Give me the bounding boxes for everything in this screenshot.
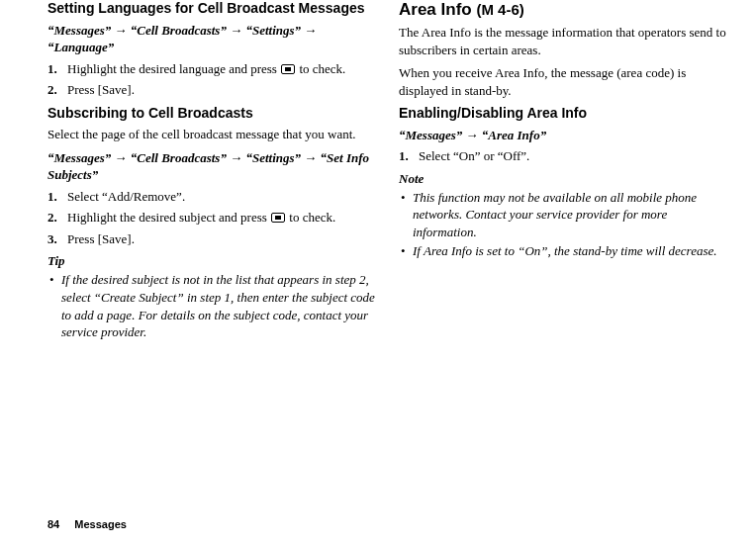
arrow-icon: → <box>466 128 479 142</box>
step-item: Select “On” or “Off”. <box>399 147 728 165</box>
arrow-icon: → <box>304 23 317 38</box>
step-text: Highlight the desired subject and press <box>67 210 270 225</box>
arrow-icon: → <box>230 150 242 165</box>
tip-label: Tip <box>47 253 377 269</box>
tip-item: If the desired subject is not in the lis… <box>47 271 377 340</box>
heading-set-languages: Setting Languages for Cell Broadcast Mes… <box>47 0 377 18</box>
arrow-icon: → <box>115 150 128 165</box>
footer-section: Messages <box>74 518 127 530</box>
heading-text: Area Info <box>399 0 476 19</box>
area-info-body-2: When you receive Area Info, the message … <box>399 64 728 99</box>
nav-path-area-info: “Messages” → “Area Info” <box>399 127 728 144</box>
page-body: Setting Languages for Cell Broadcast Mes… <box>0 0 756 343</box>
note-text: If Area Info is set to “On”, the stand-b… <box>413 243 717 258</box>
heading-subscribing: Subscribing to Cell Broadcasts <box>47 105 377 123</box>
path-seg-messages: “Messages” <box>399 128 462 142</box>
step-item: Highlight the desired language and press… <box>47 60 377 78</box>
step-item: Select “Add/Remove”. <box>47 188 377 206</box>
path-seg-settings: “Settings” <box>245 23 301 38</box>
note-label: Note <box>399 171 728 187</box>
left-column: Setting Languages for Cell Broadcast Mes… <box>47 0 377 343</box>
area-info-body-1: The Area Info is the message information… <box>399 24 728 58</box>
tip-list: If the desired subject is not in the lis… <box>47 271 377 340</box>
heading-area-info: Area Info (M 4-6) <box>399 0 728 20</box>
path-seg-language: “Language” <box>47 40 114 54</box>
note-list: This function may not be available on al… <box>399 189 728 260</box>
steps-enabling: Select “On” or “Off”. <box>399 147 728 165</box>
step-text: to check. <box>286 210 335 225</box>
step-text: Highlight the desired language and press <box>67 61 280 76</box>
step-item: Press [Save]. <box>47 81 377 99</box>
step-text: Select “On” or “Off”. <box>419 148 529 163</box>
step-text: Press [Save]. <box>67 231 135 246</box>
path-seg-cell-broadcasts: “Cell Broadcasts” <box>131 23 227 38</box>
center-key-icon <box>281 64 295 74</box>
path-seg-messages: “Messages” <box>47 23 111 38</box>
path-seg-area-info: “Area Info” <box>482 128 546 142</box>
step-text: to check. <box>296 61 345 76</box>
tip-text: If the desired subject is not in the lis… <box>61 272 375 339</box>
nav-path-languages: “Messages” → “Cell Broadcasts” → “Settin… <box>47 22 377 56</box>
steps-subscribing: Select “Add/Remove”. Highlight the desir… <box>47 188 377 248</box>
page-number: 84 <box>47 518 59 530</box>
path-seg-cell-broadcasts: “Cell Broadcasts” <box>131 150 227 165</box>
menu-code: (M 4-6) <box>476 1 523 18</box>
center-key-icon <box>271 213 285 223</box>
nav-path-subscribing: “Messages” → “Cell Broadcasts” → “Settin… <box>47 149 377 184</box>
arrow-icon: → <box>304 150 317 165</box>
step-text: Press [Save]. <box>67 82 135 97</box>
steps-languages: Highlight the desired language and press… <box>47 60 377 99</box>
page-footer: 84 Messages <box>47 518 127 530</box>
subscribing-intro: Select the page of the cell broadcast me… <box>47 126 377 143</box>
note-text: This function may not be available on al… <box>413 190 697 239</box>
step-text: Select “Add/Remove”. <box>67 189 185 204</box>
path-seg-messages: “Messages” <box>47 150 111 165</box>
right-column: Area Info (M 4-6) The Area Info is the m… <box>399 0 728 343</box>
note-item: If Area Info is set to “On”, the stand-b… <box>399 242 728 260</box>
arrow-icon: → <box>230 23 242 38</box>
note-item: This function may not be available on al… <box>399 189 728 241</box>
step-item: Press [Save]. <box>47 230 377 248</box>
path-seg-settings: “Settings” <box>245 150 301 165</box>
heading-enabling: Enabling/Disabling Area Info <box>399 105 728 123</box>
arrow-icon: → <box>115 23 128 38</box>
step-item: Highlight the desired subject and press … <box>47 209 377 227</box>
